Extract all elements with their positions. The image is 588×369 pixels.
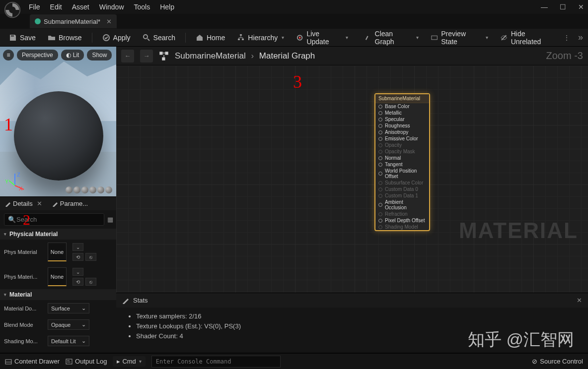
pin-socket-icon <box>378 137 382 141</box>
minimize-button[interactable]: — <box>541 3 548 11</box>
pin-socket-icon <box>378 187 382 191</box>
menu-file[interactable]: File <box>29 3 40 11</box>
lit-toggle[interactable]: ◐Lit <box>61 50 84 61</box>
close-button[interactable]: ✕ <box>578 3 584 11</box>
preview-state-button[interactable]: Preview State▾ <box>427 28 492 48</box>
zoom-level: Zoom -3 <box>546 50 583 62</box>
asset-dropdown-button[interactable]: ⌄ <box>73 268 83 276</box>
preview-mesh-selector[interactable] <box>66 186 112 193</box>
toolbar-overflow-icon[interactable]: ⋮ <box>563 34 570 42</box>
material-preview-viewport[interactable]: ≡ Perspective ◐Lit Show 1 ZYX <box>0 47 116 196</box>
maximize-button[interactable]: ☐ <box>560 3 566 11</box>
hierarchy-button[interactable]: Hierarchy▾ <box>233 32 288 44</box>
stats-body: Texture samplers: 2/16Texture Lookups (E… <box>116 308 588 352</box>
category-material[interactable]: Material <box>0 289 116 300</box>
svg-line-14 <box>15 185 24 189</box>
svg-line-4 <box>147 39 149 41</box>
pin-socket-icon <box>378 124 382 128</box>
svg-rect-6 <box>238 39 240 40</box>
console-command-input[interactable] <box>151 356 281 368</box>
stats-icon <box>122 297 129 304</box>
browse-to-button[interactable]: ⎋ <box>85 253 96 261</box>
perspective-toggle[interactable]: Perspective <box>17 50 58 61</box>
material-input-pin[interactable]: Pixel Depth Offset <box>375 217 429 224</box>
cmd-selector[interactable]: ▸Cmd▾ <box>113 356 145 367</box>
annotation-1: 1 <box>4 114 13 135</box>
menu-asset[interactable]: Asset <box>72 3 89 11</box>
show-toggle[interactable]: Show <box>87 50 112 61</box>
document-tab[interactable]: SubmarineMaterial* ✕ <box>30 14 117 28</box>
source-control-button[interactable]: ⊘Source Control <box>532 358 583 365</box>
annotation-3: 3 <box>293 71 302 92</box>
material-result-node[interactable]: SubmarineMaterial Base Color Metallic Sp… <box>374 93 430 231</box>
material-input-pin[interactable]: Roughness <box>375 123 429 129</box>
property-dropdown[interactable]: Surface⌄ <box>48 303 89 313</box>
property-row: Phys Material None ⌄ ⟲ ⎋ <box>0 240 116 264</box>
output-log-button[interactable]: Output Log <box>66 358 107 365</box>
search-button[interactable]: Search <box>139 32 179 44</box>
grid-view-icon[interactable]: ▦ <box>107 216 113 223</box>
viewport-menu-icon[interactable]: ≡ <box>3 50 14 61</box>
property-dropdown[interactable]: Opaque⌄ <box>48 319 89 330</box>
material-input-pin: Opacity <box>375 142 429 148</box>
pin-socket-icon <box>378 150 382 154</box>
asset-dropdown-button[interactable]: ⌄ <box>73 243 83 251</box>
nav-forward-button[interactable]: → <box>140 50 153 62</box>
tab-title: SubmarineMaterial* <box>44 18 100 25</box>
property-label: Phys Materi... <box>4 274 44 280</box>
browse-button[interactable]: Browse <box>44 32 86 44</box>
pin-socket-icon <box>378 203 382 207</box>
browse-to-button[interactable]: ⎋ <box>85 278 96 286</box>
stats-tab-label[interactable]: Stats <box>133 297 148 304</box>
hide-unrelated-button[interactable]: Hide Unrelated <box>496 28 559 48</box>
material-input-pin[interactable]: Anisotropy <box>375 129 429 135</box>
stats-close-icon[interactable]: ✕ <box>577 297 582 304</box>
breadcrumb-root[interactable]: SubmarineMaterial <box>175 51 246 61</box>
material-input-pin: Subsurface Color <box>375 180 429 186</box>
material-input-pin[interactable]: Emissive Color <box>375 135 429 142</box>
live-update-button[interactable]: Live Update▾ <box>292 28 352 48</box>
menu-window[interactable]: Window <box>99 3 124 11</box>
property-row: Blend Mode Opaque⌄ <box>0 316 116 333</box>
details-panel: Physical Material Phys Material None ⌄ ⟲… <box>0 229 116 352</box>
graph-icon <box>159 51 169 61</box>
save-button[interactable]: Save <box>5 32 40 44</box>
category-physical-material[interactable]: Physical Material <box>0 229 116 240</box>
details-tab[interactable]: Details ✕ <box>0 200 47 207</box>
material-input-pin[interactable]: Metallic <box>375 110 429 116</box>
material-graph-canvas[interactable]: 3 MATERIAL SubmarineMaterial Base Color … <box>116 65 588 293</box>
pin-socket-icon <box>378 143 382 147</box>
svg-rect-16 <box>165 52 168 55</box>
material-input-pin[interactable]: World Position Offset <box>375 168 429 180</box>
material-input-pin[interactable]: Base Color <box>375 103 429 110</box>
home-button[interactable]: Home <box>192 32 229 44</box>
asset-thumbnail[interactable]: None <box>48 267 67 286</box>
tab-close-icon[interactable]: ✕ <box>106 18 112 25</box>
use-selected-button[interactable]: ⟲ <box>73 278 83 286</box>
apply-button[interactable]: Apply <box>98 32 135 44</box>
material-input-pin[interactable]: Tangent <box>375 161 429 168</box>
menu-edit[interactable]: Edit <box>50 3 62 11</box>
details-search-input[interactable] <box>4 213 104 226</box>
material-input-pin[interactable]: Ambient Occlusion <box>375 199 429 211</box>
pin-socket-icon <box>378 163 382 167</box>
menu-help[interactable]: Help <box>160 3 174 11</box>
breadcrumb: SubmarineMaterial › Material Graph <box>175 51 315 61</box>
details-tab-close[interactable]: ✕ <box>37 200 42 207</box>
content-drawer-button[interactable]: Content Drawer <box>5 358 60 365</box>
search-icon: 🔍 <box>8 216 16 223</box>
stats-line: Texture samplers: 2/16 <box>136 311 578 321</box>
material-input-pin[interactable]: Specular <box>375 116 429 123</box>
asset-thumbnail[interactable]: None <box>48 243 67 261</box>
nav-back-button[interactable]: ← <box>121 50 134 62</box>
property-dropdown[interactable]: Default Lit⌄ <box>48 336 89 346</box>
clean-graph-button[interactable]: Clean Graph▾ <box>360 28 423 48</box>
pin-socket-icon <box>378 130 382 134</box>
toolbar-expand-icon[interactable]: » <box>578 32 583 43</box>
menu-tools[interactable]: Tools <box>134 3 150 11</box>
material-input-pin: Custom Data 0 <box>375 186 429 192</box>
use-selected-button[interactable]: ⟲ <box>73 253 83 261</box>
material-input-pin[interactable]: Normal <box>375 155 429 161</box>
parameters-tab[interactable]: Parame... <box>47 200 93 207</box>
material-input-pin: Shading Model <box>375 224 429 230</box>
